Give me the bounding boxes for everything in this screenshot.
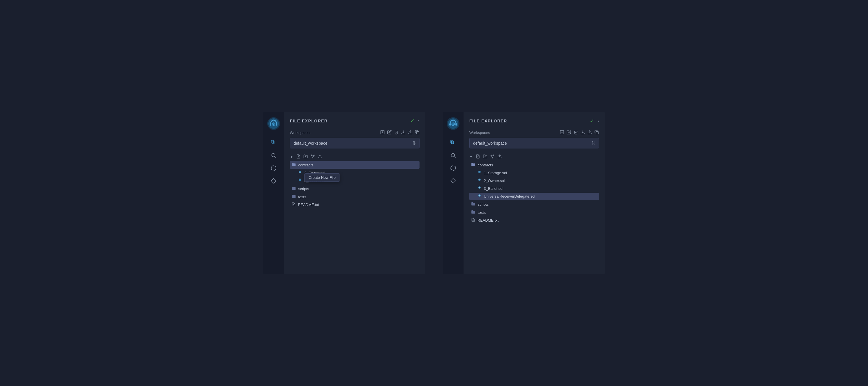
new-folder-btn[interactable] — [303, 154, 308, 159]
dropdown-icon-right: ⇅ — [591, 140, 595, 146]
header-left: FILE EXPLORER ✓ › — [290, 118, 420, 124]
file-readme-right[interactable]: README.txt — [469, 217, 599, 224]
file-name-1storage-right: 1_Storage.sol — [484, 171, 507, 175]
delete-workspace-btn-right[interactable] — [574, 130, 578, 135]
tree-toolbar-left: ▼ — [290, 153, 420, 161]
svg-point-8 — [272, 153, 275, 157]
folder-tests-left[interactable]: tests — [290, 193, 420, 200]
workspace-selected-left: default_workspace — [293, 141, 328, 146]
file-readme-left[interactable]: README.txt — [290, 201, 420, 208]
add-workspace-btn[interactable] — [380, 130, 385, 135]
svg-line-26 — [313, 155, 314, 156]
svg-point-24 — [312, 157, 313, 158]
workspace-dropdown-right[interactable]: default_workspace ⇅ — [469, 138, 599, 149]
sol-icon-1storage-right — [477, 170, 482, 175]
svg-line-57 — [493, 155, 493, 156]
svg-rect-33 — [450, 123, 451, 126]
sidebar-icon-search[interactable] — [269, 150, 279, 161]
workspace-selected-right: default_workspace — [473, 141, 507, 146]
folder-contracts-left[interactable]: contracts Create New File — [290, 161, 420, 169]
delete-workspace-btn[interactable] — [394, 130, 399, 135]
sidebar-left — [263, 112, 284, 274]
file-tree-right: ▼ contracts — [469, 153, 599, 224]
folder-scripts-left[interactable]: scripts — [290, 185, 420, 192]
upload-workspace-btn-right[interactable] — [587, 130, 592, 135]
git-btn-right[interactable] — [490, 154, 495, 159]
folder-name-scripts-left: scripts — [298, 187, 309, 191]
new-file-btn[interactable] — [296, 154, 301, 159]
checkmark-right[interactable]: ✓ — [590, 118, 594, 124]
folder-name-contracts-right: contracts — [478, 163, 493, 167]
folder-scripts-right[interactable]: scripts — [469, 200, 599, 208]
tooltip-create-new-file[interactable]: Create New File — [304, 173, 340, 182]
folder-tests-right[interactable]: tests — [469, 208, 599, 216]
workspace-toolbar-left — [380, 130, 420, 135]
new-folder-btn-right[interactable] — [483, 154, 487, 159]
page-title-left: FILE EXPLORER — [290, 119, 328, 123]
download-workspace-btn[interactable] — [401, 130, 406, 135]
tree-collapse-btn-right[interactable]: ▼ — [469, 155, 473, 159]
svg-rect-2 — [270, 123, 271, 126]
svg-point-53 — [491, 155, 492, 156]
workspace-label-row-right: Workspaces — [469, 130, 599, 135]
svg-rect-3 — [276, 123, 277, 126]
chevron-left[interactable]: › — [418, 119, 420, 123]
svg-line-25 — [312, 155, 312, 156]
folder-name-tests-right: tests — [478, 211, 486, 215]
folder-name-scripts-right: scripts — [478, 202, 489, 206]
file-3ballot-right[interactable]: 3_Ballot.sol — [469, 185, 599, 192]
svg-marker-41 — [451, 179, 456, 184]
checkmark-left[interactable]: ✓ — [410, 118, 414, 124]
workspace-label-right: Workspaces — [469, 130, 490, 135]
folder-icon-contracts-left — [291, 162, 296, 167]
svg-line-56 — [491, 155, 492, 156]
folder-icon-tests-left — [291, 194, 296, 199]
sidebar-icon-search-right[interactable] — [448, 150, 458, 161]
sidebar-icon-files[interactable] — [269, 137, 279, 148]
upload-btn[interactable] — [318, 154, 322, 159]
svg-rect-7 — [272, 141, 274, 144]
svg-point-22 — [311, 155, 312, 156]
folder-icon-scripts-left — [291, 186, 296, 191]
sidebar-icon-diamond-right[interactable] — [448, 175, 458, 186]
clone-workspace-btn-right[interactable] — [594, 130, 599, 135]
file-name-2owner-right: 2_Owner.sol — [484, 179, 505, 183]
chevron-right-btn[interactable]: › — [597, 119, 599, 123]
tree-collapse-btn[interactable]: ▼ — [290, 155, 293, 159]
file-universal-right[interactable]: UniversalReceiverDelegate.sol — [469, 193, 599, 200]
upload-workspace-btn[interactable] — [408, 130, 412, 135]
upload-btn-right[interactable] — [497, 154, 502, 159]
edit-workspace-btn[interactable] — [387, 130, 392, 135]
header-right: FILE EXPLORER ✓ › — [469, 118, 599, 124]
sidebar-icon-files-right[interactable] — [448, 137, 458, 148]
edit-workspace-btn-right[interactable] — [567, 130, 571, 135]
download-workspace-btn-right[interactable] — [581, 130, 585, 135]
sidebar-icon-diamond[interactable] — [269, 175, 279, 186]
svg-point-5 — [273, 124, 274, 125]
folder-icon-tests-right — [471, 210, 475, 215]
header-actions-left: ✓ › — [410, 118, 420, 124]
svg-rect-34 — [456, 123, 457, 126]
header-actions-right: ✓ › — [590, 118, 599, 124]
file-2owner-right[interactable]: 2_Owner.sol — [469, 177, 599, 184]
workspace-dropdown-left[interactable]: default_workspace ⇅ — [290, 138, 420, 149]
new-file-btn-right[interactable] — [476, 154, 480, 159]
file-1storage-right[interactable]: 1_Storage.sol — [469, 169, 599, 176]
folder-name-tests-left: tests — [298, 195, 306, 199]
logo-right — [446, 117, 460, 132]
svg-rect-47 — [596, 131, 598, 134]
svg-rect-6 — [271, 140, 273, 143]
sidebar-icon-sync-right[interactable] — [448, 163, 458, 173]
folder-contracts-right[interactable]: contracts — [469, 161, 599, 169]
add-workspace-btn-right[interactable] — [560, 130, 564, 135]
panel-right: FILE EXPLORER ✓ › Workspaces — [443, 112, 605, 274]
workspace-label-left: Workspaces — [290, 130, 310, 135]
sidebar-icon-sync[interactable] — [269, 163, 279, 173]
clone-workspace-btn[interactable] — [415, 130, 420, 135]
git-btn[interactable] — [311, 154, 315, 159]
workspace-section-right: Workspaces — [469, 130, 599, 149]
txt-icon-readme-left — [291, 202, 296, 207]
file-name-readme-right: README.txt — [477, 218, 499, 223]
file-name-universal-right: UniversalReceiverDelegate.sol — [484, 194, 535, 198]
folder-icon-scripts-right — [471, 202, 475, 207]
